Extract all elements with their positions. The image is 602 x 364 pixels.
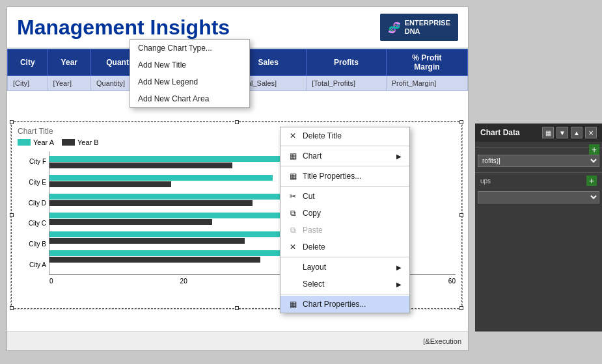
panel-field-row: rofits)] bbox=[475, 148, 602, 170]
bar-c-b bbox=[49, 219, 212, 225]
bar-d-b bbox=[49, 200, 253, 206]
chart-icon: ▦ bbox=[288, 151, 297, 161]
copy-icon: ⧉ bbox=[288, 209, 297, 218]
panel-groups-field bbox=[475, 188, 602, 206]
separator-1 bbox=[280, 146, 409, 146]
delete-label: Delete bbox=[303, 242, 325, 252]
panel-groups-row: ups + bbox=[475, 172, 602, 188]
panel-close-btn[interactable]: ✕ bbox=[585, 127, 597, 138]
paste-icon: ⧉ bbox=[288, 226, 297, 235]
submenu-change-chart-type[interactable]: Change Chart Type... bbox=[130, 40, 249, 57]
menu-layout[interactable]: Layout ▶ bbox=[280, 259, 409, 276]
separator-2 bbox=[280, 166, 409, 166]
submenu-add-new-legend[interactable]: Add New Legend bbox=[130, 73, 249, 90]
separator-4 bbox=[280, 257, 409, 257]
panel-header: Chart Data ▦ ▼ ▲ ✕ bbox=[475, 124, 602, 142]
legend-color-b bbox=[62, 139, 75, 146]
y-axis: City F City E City D City C City B City … bbox=[18, 151, 49, 275]
y-label-3: City C bbox=[18, 220, 46, 227]
menu-select[interactable]: Select ▶ bbox=[280, 276, 409, 292]
delete-title-label: Delete Title bbox=[303, 131, 342, 140]
panel-up-btn[interactable]: ▲ bbox=[571, 127, 582, 138]
bar-e-a bbox=[49, 175, 273, 181]
col-margin: % ProfitMargin bbox=[386, 49, 467, 76]
menu-copy[interactable]: ⧉ Copy bbox=[280, 205, 409, 222]
y-label-6: City F bbox=[18, 158, 46, 165]
legend-color-a bbox=[18, 139, 31, 146]
cell-margin: Profit_Margin] bbox=[386, 76, 467, 91]
x-label-60: 60 bbox=[448, 278, 456, 285]
col-year: Year bbox=[48, 49, 90, 76]
copy-label: Copy bbox=[303, 209, 321, 218]
cell-profits: [Total_Profits] bbox=[307, 76, 386, 91]
bar-e-b bbox=[49, 181, 171, 187]
paste-label: Paste bbox=[303, 226, 323, 235]
menu-paste[interactable]: ⧉ Paste bbox=[280, 222, 409, 239]
menu-delete-icon: ✕ bbox=[288, 242, 297, 252]
panel-toolbar: ▦ ▼ ▲ ✕ bbox=[542, 127, 597, 138]
y-label-1: City A bbox=[18, 261, 46, 268]
legend-label-a: Year A bbox=[33, 138, 54, 146]
legend-label-b: Year B bbox=[77, 138, 99, 146]
add-new-title-label: Add New Title bbox=[138, 60, 186, 70]
cut-label: Cut bbox=[303, 192, 315, 201]
y-label-5: City E bbox=[18, 179, 46, 186]
chart-submenu: Change Chart Type... Add New Title Add N… bbox=[130, 39, 250, 108]
chart-properties-label: Chart Properties... bbox=[303, 300, 366, 309]
footer-text: [&Execution bbox=[423, 337, 461, 345]
groups-label: ups bbox=[480, 177, 491, 185]
title-properties-icon: ▦ bbox=[288, 172, 297, 181]
add-new-chart-area-label: Add New Chart Area bbox=[138, 94, 209, 103]
chart-arrow: ▶ bbox=[396, 153, 402, 160]
delete-title-icon: ✕ bbox=[288, 131, 297, 140]
report-footer: [&Execution bbox=[7, 331, 468, 350]
panel-grid-btn[interactable]: ▦ bbox=[542, 127, 554, 138]
menu-chart-properties[interactable]: ▦ Chart Properties... bbox=[280, 296, 409, 313]
report-title: Management Insights bbox=[17, 16, 230, 40]
logo-box: 🧬 ENTERPRISE DNA bbox=[380, 14, 458, 41]
cell-city: [City] bbox=[8, 76, 48, 91]
change-chart-type-label: Change Chart Type... bbox=[138, 44, 212, 53]
panel-down-btn[interactable]: ▼ bbox=[556, 127, 568, 138]
panel-add-button[interactable]: + bbox=[589, 144, 599, 155]
panel-field-select[interactable]: rofits)] bbox=[478, 155, 599, 167]
submenu-add-new-title[interactable]: Add New Title bbox=[130, 57, 249, 73]
menu-delete-title[interactable]: ✕ Delete Title bbox=[280, 127, 409, 144]
chart-data-panel: Chart Data ▦ ▼ ▲ ✕ + rofits)] ups + bbox=[475, 124, 602, 332]
select-label: Select bbox=[303, 280, 324, 289]
select-arrow: ▶ bbox=[396, 281, 402, 288]
dna-icon: 🧬 bbox=[388, 21, 401, 34]
context-menu: ✕ Delete Title ▦ Chart ▶ ▦ Title Propert… bbox=[280, 127, 410, 313]
panel-title: Chart Data bbox=[480, 128, 520, 137]
layout-label: Layout bbox=[303, 263, 326, 272]
menu-cut[interactable]: ✂ Cut bbox=[280, 188, 409, 205]
bar-f-b bbox=[49, 162, 232, 168]
submenu-add-new-chart-area[interactable]: Add New Chart Area bbox=[130, 90, 249, 107]
logo-text: ENTERPRISE DNA bbox=[405, 19, 450, 36]
col-profits: Profits bbox=[307, 49, 386, 76]
panel-add-row: + bbox=[475, 142, 602, 148]
panel-groups-select[interactable] bbox=[478, 191, 599, 203]
layout-arrow: ▶ bbox=[396, 264, 402, 271]
legend-item-b: Year B bbox=[62, 138, 99, 146]
chart-label: Chart bbox=[303, 151, 322, 161]
separator-5 bbox=[280, 294, 409, 294]
add-new-legend-label: Add New Legend bbox=[138, 77, 198, 86]
title-properties-label: Title Properties... bbox=[303, 172, 361, 181]
cell-year: [Year] bbox=[48, 76, 90, 91]
cut-icon: ✂ bbox=[288, 192, 297, 201]
bar-b-b bbox=[49, 238, 245, 244]
x-label-20: 20 bbox=[180, 278, 187, 285]
y-label-4: City D bbox=[18, 200, 46, 207]
bar-c-a bbox=[49, 213, 293, 218]
bar-a-b bbox=[49, 257, 260, 263]
groups-add-button[interactable]: + bbox=[586, 176, 597, 186]
menu-title-properties[interactable]: ▦ Title Properties... bbox=[280, 168, 409, 185]
col-city: City bbox=[8, 49, 48, 76]
y-label-2: City B bbox=[18, 240, 46, 248]
separator-3 bbox=[280, 186, 409, 187]
menu-chart[interactable]: ▦ Chart ▶ bbox=[280, 148, 409, 164]
chart-properties-icon: ▦ bbox=[288, 300, 297, 309]
menu-delete[interactable]: ✕ Delete bbox=[280, 239, 409, 255]
x-label-0: 0 bbox=[49, 278, 53, 285]
